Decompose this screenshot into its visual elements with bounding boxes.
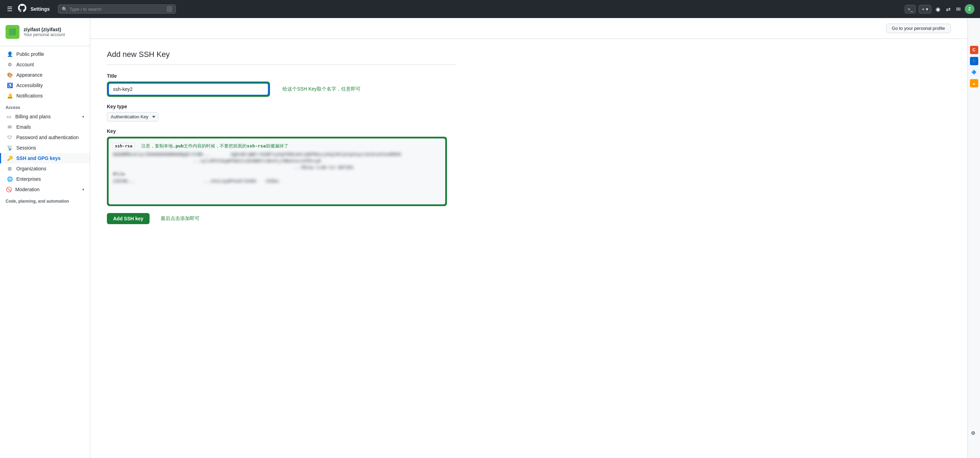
- sidebar-item-label: Accessibility: [16, 83, 43, 88]
- sidebar-item-enterprises[interactable]: 🌐 Enterprises: [0, 174, 90, 184]
- right-panel-icon-1[interactable]: C: [970, 46, 978, 54]
- search-icon: 🔍: [62, 6, 67, 12]
- key-textarea-wrapper: ssh-rsa 注意，复制本地.pub文件内容的时候，不要把前面的ssh-rsa…: [107, 137, 447, 206]
- shield-icon: 🛡: [6, 135, 13, 140]
- sidebar-sub: Your personal account: [24, 32, 65, 37]
- sidebar-item-label: Moderation: [15, 187, 40, 192]
- moderation-icon: 🚫: [6, 187, 12, 192]
- chevron-down-icon: ▾: [82, 114, 84, 119]
- goto-profile-button[interactable]: Go to your personal profile: [886, 24, 951, 33]
- terminal-icon: >_: [908, 6, 913, 12]
- search-bar[interactable]: 🔍 Type / to search /: [58, 5, 176, 14]
- search-kbd: /: [167, 6, 172, 12]
- sidebar-item-moderation[interactable]: 🚫 Moderation ▾: [0, 184, 90, 195]
- sidebar-item-label: Appearance: [16, 72, 43, 78]
- key-row-3: ...YNlUa-lvJN-lV/-DKTIK5: [113, 164, 441, 171]
- title-input[interactable]: [109, 83, 268, 95]
- org-icon: ⊞: [6, 166, 13, 172]
- key-form-group: Key ssh-rsa 注意，复制本地.pub文件内容的时候，不要把前面的ssh…: [107, 128, 455, 206]
- key-label: Key: [107, 128, 455, 134]
- title-input-wrapper: [107, 81, 270, 97]
- sidebar-item-account[interactable]: ⚙ Account: [0, 59, 90, 70]
- email-icon: ✉: [6, 124, 13, 130]
- topnav-actions: >_ + ▾ ◉ ⇄ ✉ Z: [905, 4, 974, 14]
- sidebar-item-label: Password and authentication: [16, 135, 79, 140]
- topnav-title: Settings: [30, 6, 49, 12]
- sidebar-avatar: [6, 25, 19, 39]
- appearance-icon: 🎨: [6, 72, 13, 78]
- sidebar-item-label: Public profile: [16, 51, 44, 57]
- sidebar-item-accessibility[interactable]: ♿ Accessibility: [0, 80, 90, 91]
- key-icon: 🔑: [6, 156, 13, 161]
- sidebar-item-sessions[interactable]: 📡 Sessions: [0, 143, 90, 153]
- billing-icon: ▭: [6, 114, 12, 119]
- page-title: Add new SSH Key: [107, 50, 455, 65]
- key-row-1: AAAABRNzaC1yc2EAAAADAQABAAABgQC+hJWk... …: [113, 151, 441, 158]
- chevron-down-icon: ▾: [82, 188, 84, 192]
- sidebar-item-label: Sessions: [16, 145, 36, 151]
- topnav: ☰ Settings 🔍 Type / to search / >_ + ▾ ◉…: [0, 0, 980, 18]
- right-panel-icon-2[interactable]: 🔵: [970, 57, 978, 65]
- key-row-5: 220J0G... ...sho1/py0F4sAtl01K0- -193ba-: [113, 178, 441, 184]
- pullrequests-button[interactable]: ⇄: [945, 5, 952, 14]
- right-panel-bottom: ⚙: [969, 429, 977, 437]
- key-type-label: Key type: [107, 104, 455, 109]
- gear-icon: ⚙: [6, 62, 13, 67]
- key-type-select[interactable]: Authentication Key Signing Key: [107, 112, 159, 121]
- sidebar-item-public-profile[interactable]: 👤 Public profile: [0, 49, 90, 59]
- content-area: Add new SSH Key Title 给这个SSH Key取个名字，任意即…: [90, 39, 472, 235]
- key-row-2: ...nylcRPICOopNTbB1ViZDJB0Dtt2Bvhtjt9Bok…: [113, 158, 441, 164]
- sidebar-item-emails[interactable]: ✉ Emails: [0, 122, 90, 132]
- accessibility-icon: ♿: [6, 83, 13, 88]
- add-button-row: Add SSH key 最后点击添加即可: [107, 213, 455, 224]
- issues-button[interactable]: ◉: [934, 5, 942, 14]
- title-form-group: Title 给这个SSH Key取个名字，任意即可: [107, 73, 455, 97]
- sidebar-item-label: Billing and plans: [15, 114, 51, 119]
- sidebar-item-organizations[interactable]: ⊞ Organizations: [0, 164, 90, 174]
- access-section-label: Access: [0, 101, 90, 111]
- globe-icon: 🌐: [6, 176, 13, 182]
- layout: ziyifast (ziyifast) Your personal accoun…: [0, 18, 980, 458]
- sessions-icon: 📡: [6, 145, 13, 151]
- main-content: Go to your personal profile Add new SSH …: [90, 18, 967, 458]
- sidebar-item-label: Notifications: [16, 93, 43, 99]
- sidebar-item-billing[interactable]: ▭ Billing and plans ▾: [0, 111, 90, 122]
- create-button[interactable]: + ▾: [919, 5, 931, 14]
- bell-icon: 🔔: [6, 93, 13, 99]
- sidebar-item-ssh-keys[interactable]: 🔑 SSH and GPG keys: [0, 153, 90, 164]
- key-type-form-group: Key type Authentication Key Signing Key: [107, 104, 455, 121]
- code-section-label: Code, planning, and automation: [0, 195, 90, 205]
- sidebar-profile: ziyifast (ziyifast) Your personal accoun…: [0, 25, 90, 46]
- right-panel: C 🔵 🔷 ▲ ⚙: [967, 18, 980, 458]
- sidebar-username: ziyifast (ziyifast): [24, 27, 65, 32]
- sidebar-item-label: Enterprises: [16, 176, 41, 182]
- sidebar-item-label: Emails: [16, 124, 31, 130]
- sidebar-item-password[interactable]: 🛡 Password and authentication: [0, 132, 90, 143]
- create-chevron-icon: ▾: [926, 6, 928, 12]
- avatar[interactable]: Z: [965, 4, 974, 14]
- right-panel-icon-4[interactable]: ▲: [970, 79, 978, 87]
- title-label: Title: [107, 73, 455, 79]
- add-ssh-button[interactable]: Add SSH key: [107, 213, 150, 224]
- sidebar-item-appearance[interactable]: 🎨 Appearance: [0, 70, 90, 80]
- title-annotation: 给这个SSH Key取个名字，任意即可: [283, 86, 361, 92]
- add-annotation: 最后点击添加即可: [161, 215, 200, 222]
- hamburger-button[interactable]: ☰: [6, 4, 14, 14]
- github-logo[interactable]: [18, 4, 26, 14]
- sidebar-item-label: SSH and GPG keys: [16, 156, 61, 161]
- key-row-4: 9Ti3=: [113, 171, 441, 178]
- terminal-button[interactable]: >_: [905, 5, 916, 14]
- plus-icon: +: [922, 6, 924, 12]
- right-panel-icon-3[interactable]: 🔷: [970, 68, 978, 76]
- person-icon: 👤: [6, 51, 13, 57]
- sidebar-item-notifications[interactable]: 🔔 Notifications: [0, 91, 90, 101]
- key-prefix: ssh-rsa: [113, 143, 135, 149]
- notifications-button[interactable]: ✉: [955, 5, 962, 14]
- right-panel-settings-icon[interactable]: ⚙: [969, 429, 977, 437]
- sidebar: ziyifast (ziyifast) Your personal accoun…: [0, 18, 90, 458]
- sidebar-item-label: Account: [16, 62, 34, 67]
- search-placeholder: Type / to search: [69, 6, 165, 12]
- textarea-annotation: 注意，复制本地.pub文件内容的时候，不要把前面的ssh-rsa前缀漏掉了: [141, 143, 288, 148]
- sidebar-item-label: Organizations: [16, 166, 46, 172]
